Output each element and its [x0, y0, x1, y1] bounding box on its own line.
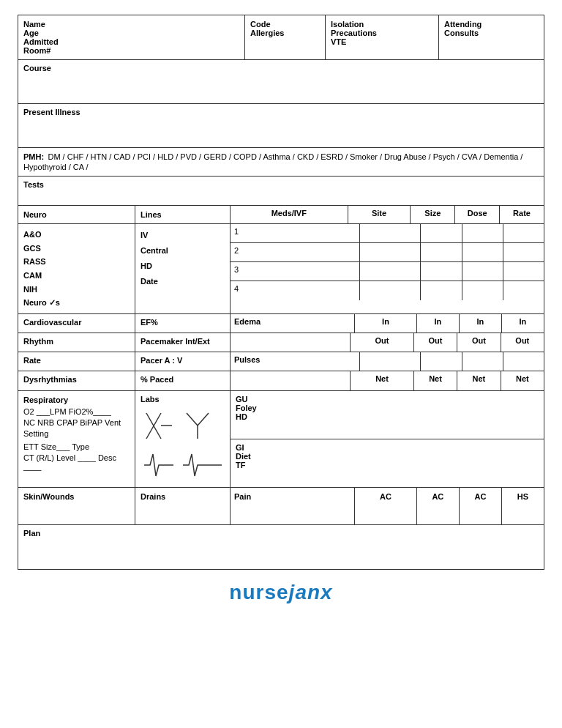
drains-label: Drains	[140, 492, 225, 501]
cardio-pulses-row: Pulses	[231, 352, 544, 371]
lines-iv: IV	[140, 228, 225, 243]
meds-row3-size	[421, 262, 462, 281]
tf-label: TF	[236, 461, 539, 469]
attending-label: Attending	[444, 20, 539, 29]
gu-cell: GU Foley HD	[231, 391, 544, 439]
tests-label: Tests	[23, 180, 539, 189]
out1: Out	[351, 333, 414, 352]
empty5	[503, 352, 544, 371]
plan-row: Plan	[18, 525, 544, 569]
ac3-cell: AC	[460, 488, 502, 524]
ct-label: CT (R/L) Level ____ Desc ____	[23, 453, 130, 471]
cardio-edema-in-row: Edema In In In In	[231, 314, 544, 333]
svg-line-4	[198, 413, 209, 426]
meds-header-area: Meds/IVF Site Size Dose Rate	[231, 206, 544, 223]
cardio-left-col: Cardiovascular Rhythm Rate Dysrhythmias	[18, 314, 135, 390]
meds-row3-num: 3	[231, 262, 360, 281]
hd-resp-label: HD	[236, 412, 539, 421]
out2: Out	[414, 333, 457, 352]
meds-row4-site	[360, 281, 422, 300]
neuro-lines-meds-header: Neuro Lines Meds/IVF Site Size Dose Rate	[18, 206, 544, 224]
code-allergies-cell: Code Allergies	[245, 15, 326, 59]
net2: Net	[414, 371, 457, 390]
plan-label: Plan	[23, 529, 539, 538]
ett-label: ETT Size___ Type	[23, 442, 130, 451]
in4: In	[502, 314, 544, 333]
pacer-label: Pacer A : V	[135, 352, 230, 371]
meds-row4-dose	[462, 281, 503, 300]
neuro-ao: A&O	[23, 228, 130, 242]
meds-rows-area: 1 2 3 4	[231, 224, 544, 313]
foley-label: Foley	[236, 404, 539, 412]
dose-header: Dose	[455, 206, 500, 223]
labs-waveform-bottom	[143, 447, 223, 483]
empty3	[421, 352, 462, 371]
neuro-checks: Neuro ✓s	[23, 296, 130, 310]
vte-label: VTE	[331, 37, 433, 46]
svg-line-3	[187, 413, 198, 426]
meds-row1-size	[421, 224, 462, 242]
admitted-label: Admitted	[23, 37, 239, 46]
room-label: Room#	[23, 46, 239, 55]
in1: In	[355, 314, 417, 333]
respiratory-label: Respiratory	[23, 395, 130, 404]
consults-label: Consults	[444, 29, 539, 37]
net4: Net	[501, 371, 544, 390]
in3: In	[460, 314, 502, 333]
resp-right-col: GU Foley HD GI Diet TF	[231, 391, 544, 487]
empty2	[360, 352, 422, 371]
ac1-cell: AC	[355, 488, 417, 524]
neuro-cam: CAM	[23, 269, 130, 283]
meds-row1-num: 1	[231, 224, 360, 242]
meds-row3-dose	[462, 262, 503, 281]
meds-row1-site	[360, 224, 422, 242]
hs-cell: HS	[502, 488, 544, 524]
meds-row-4: 4	[231, 281, 544, 300]
gu-label: GU	[236, 395, 539, 404]
pct-paced-label: % Paced	[135, 371, 230, 390]
meds-row2-size	[421, 243, 462, 261]
rate-header: Rate	[500, 206, 544, 223]
empty-cell1	[231, 333, 351, 352]
site-header: Site	[348, 206, 411, 223]
edema-cell: Edema	[231, 314, 355, 333]
pain-label: Pain	[234, 492, 351, 501]
patient-info-cell: Name Age Admitted Room#	[18, 15, 245, 59]
precautions-label: Precautions	[331, 29, 433, 37]
skin-row: Skin/Wounds Drains Pain AC AC AC HS	[18, 488, 544, 525]
empty4	[462, 352, 503, 371]
code-label: Code	[250, 20, 320, 29]
meds-row2-rate	[503, 243, 544, 261]
meds-row2-dose	[462, 243, 503, 261]
header-row: Name Age Admitted Room# Code Allergies I…	[18, 15, 544, 60]
pain-col: Pain	[231, 488, 355, 524]
pmh-label: PMH:	[23, 152, 44, 161]
allergies-label: Allergies	[250, 29, 320, 37]
gi-label: GI	[236, 443, 539, 452]
labs-label: Labs	[140, 395, 160, 404]
meds-row2-site	[360, 243, 422, 261]
rate-label: Rate	[18, 352, 135, 371]
lines-hd: HD	[140, 259, 225, 274]
meds-row4-num: 4	[231, 281, 360, 300]
meds-row1-rate	[503, 224, 544, 242]
present-illness-label: Present Illness	[23, 108, 539, 116]
form-container: Name Age Admitted Room# Code Allergies I…	[18, 15, 544, 570]
lines-central: Central	[140, 243, 225, 259]
present-illness-row: Present Illness	[18, 104, 544, 148]
attending-cell: Attending Consults	[439, 15, 544, 59]
meds-row4-rate	[503, 281, 544, 300]
drains-col: Drains	[135, 488, 231, 524]
meds-row-2: 2	[231, 243, 544, 262]
respiratory-row: Respiratory O2 ___LPM FiO2%____ NC NRB C…	[18, 391, 544, 488]
pmh-content: DM / CHF / HTN / CAD / PCI / HLD / PVD /…	[23, 152, 522, 171]
o2-label: O2 ___LPM FiO2%____	[23, 407, 130, 416]
course-label: Course	[23, 64, 539, 73]
cardio-right-col: Edema In In In In Out Out Out Out Pulses	[231, 314, 544, 390]
ef-label: EF%	[135, 314, 230, 333]
lines-header-cell: Lines	[135, 206, 231, 223]
diet-label: Diet	[236, 452, 539, 461]
brand-logo: nursejanx	[229, 581, 332, 604]
labs-col: Labs	[135, 391, 231, 487]
labs-waveform-top	[143, 409, 223, 442]
